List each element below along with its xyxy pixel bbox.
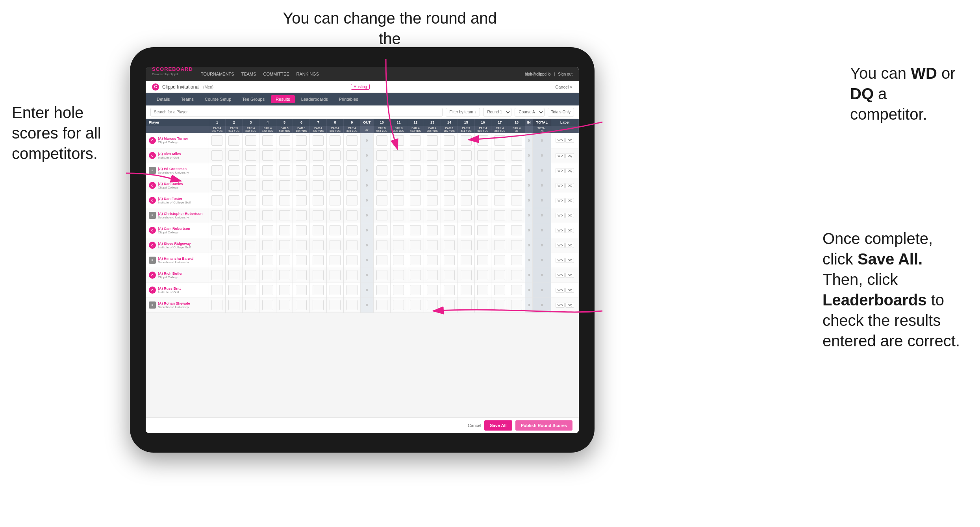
hole-10-input[interactable] [376,240,387,250]
hole-13-input[interactable] [427,285,438,295]
hole-7-input[interactable] [313,240,324,250]
hole-3-input[interactable] [245,225,256,235]
hole-8-input[interactable] [330,270,341,280]
hole-15-input[interactable] [461,165,472,176]
hole-14-input[interactable] [444,180,455,190]
hole-6-input[interactable] [296,150,307,161]
hole-17-input[interactable] [494,210,505,220]
hole-10-input[interactable] [376,210,387,220]
hole-9-input[interactable] [346,150,358,161]
hole-14-input[interactable] [444,195,455,205]
hole-15-input[interactable] [461,225,472,235]
hole-15-input[interactable] [461,270,472,280]
hole-4-input[interactable] [262,135,273,146]
hole-1-input[interactable] [211,270,222,280]
hole-12-input[interactable] [410,285,421,295]
hole-16-input[interactable] [477,135,488,146]
hole-15-input[interactable] [461,240,472,250]
hole-18-input[interactable] [511,165,522,176]
hole-7-input[interactable] [313,180,324,190]
hole-9-input[interactable] [346,135,358,146]
hole-3-input[interactable] [245,300,256,310]
hole-4-input[interactable] [262,180,273,190]
hole-5-input[interactable] [279,255,290,265]
hole-10-input[interactable] [376,135,387,146]
hole-1-input[interactable] [211,150,222,161]
hole-18-input[interactable] [511,210,522,220]
hole-4-input[interactable] [262,270,273,280]
hole-2-input[interactable] [228,210,239,220]
hole-10-input[interactable] [376,300,387,310]
tab-course-setup[interactable]: Course Setup [200,95,236,103]
hole-2-input[interactable] [228,300,239,310]
hole-14-input[interactable] [444,300,455,310]
hole-12-input[interactable] [410,240,421,250]
hole-3-input[interactable] [245,210,256,220]
hole-8-input[interactable] [330,165,341,176]
hole-8-input[interactable] [330,255,341,265]
hole-13-input[interactable] [427,150,438,161]
wd-button[interactable]: WD [556,198,565,203]
hole-11-input[interactable] [393,300,404,310]
hole-4-input[interactable] [262,225,273,235]
dq-button[interactable]: DQ [565,258,574,263]
hole-1-input[interactable] [211,195,222,205]
hole-8-input[interactable] [330,210,341,220]
dq-button[interactable]: DQ [565,153,574,158]
hole-11-input[interactable] [393,195,404,205]
hole-6-input[interactable] [296,210,307,220]
hole-14-input[interactable] [444,210,455,220]
dq-button[interactable]: DQ [565,138,574,143]
hole-1-input[interactable] [211,255,222,265]
hole-11-input[interactable] [393,135,404,146]
hole-4-input[interactable] [262,300,273,310]
hole-15-input[interactable] [461,210,472,220]
hole-3-input[interactable] [245,195,256,205]
hole-2-input[interactable] [228,270,239,280]
hole-16-input[interactable] [477,300,488,310]
hole-5-input[interactable] [279,240,290,250]
hole-11-input[interactable] [393,270,404,280]
hole-11-input[interactable] [393,285,404,295]
hole-17-input[interactable] [494,270,505,280]
hole-5-input[interactable] [279,135,290,146]
hole-13-input[interactable] [427,225,438,235]
hole-5-input[interactable] [279,300,290,310]
hole-8-input[interactable] [330,285,341,295]
hole-16-input[interactable] [477,255,488,265]
wd-button[interactable]: WD [556,243,565,248]
publish-button[interactable]: Publish Round Scores [515,420,572,431]
tab-teams[interactable]: Teams [176,95,198,103]
hole-17-input[interactable] [494,135,505,146]
hole-7-input[interactable] [313,165,324,176]
hole-18-input[interactable] [511,180,522,190]
hole-5-input[interactable] [279,225,290,235]
hole-13-input[interactable] [427,300,438,310]
wd-button[interactable]: WD [556,258,565,263]
hole-16-input[interactable] [477,195,488,205]
wd-button[interactable]: WD [556,273,565,278]
hole-5-input[interactable] [279,285,290,295]
hole-4-input[interactable] [262,165,273,176]
hole-5-input[interactable] [279,150,290,161]
hole-1-input[interactable] [211,225,222,235]
course-selector[interactable]: Course A [515,108,545,116]
hole-10-input[interactable] [376,150,387,161]
hole-9-input[interactable] [346,285,358,295]
hole-10-input[interactable] [376,255,387,265]
hole-10-input[interactable] [376,195,387,205]
hole-11-input[interactable] [393,180,404,190]
hole-9-input[interactable] [346,300,358,310]
hole-14-input[interactable] [444,150,455,161]
hole-10-input[interactable] [376,180,387,190]
hole-17-input[interactable] [494,300,505,310]
hole-9-input[interactable] [346,210,358,220]
hole-5-input[interactable] [279,270,290,280]
hole-6-input[interactable] [296,270,307,280]
hole-6-input[interactable] [296,255,307,265]
nav-committee[interactable]: COMMITTEE [263,72,289,76]
hole-13-input[interactable] [427,180,438,190]
hole-12-input[interactable] [410,195,421,205]
hole-11-input[interactable] [393,240,404,250]
hole-7-input[interactable] [313,150,324,161]
